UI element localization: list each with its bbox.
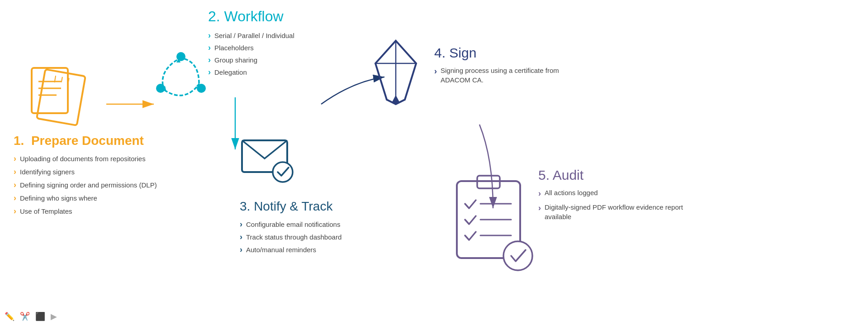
sign-icon	[371, 36, 421, 110]
arrow-step1-to-step2	[104, 97, 158, 113]
edit-icon[interactable]: ✏️	[5, 312, 14, 321]
cut-icon[interactable]: ✂️	[20, 312, 30, 321]
svg-point-19	[273, 162, 293, 182]
workflow-icon	[154, 50, 208, 106]
play-icon[interactable]: ▶	[51, 312, 57, 321]
bottom-toolbar: ✏️ ✂️ ⬛ ▶	[5, 312, 57, 321]
svg-rect-0	[32, 68, 68, 113]
list-item: All actions logged	[538, 188, 683, 199]
layout-icon[interactable]: ⬛	[35, 312, 45, 321]
svg-line-6	[62, 77, 62, 82]
step3-title: 3. Notify & Track	[240, 199, 332, 214]
list-item: Uploading of documents from repositories	[14, 154, 157, 163]
audit-icon	[448, 168, 538, 278]
svg-rect-4	[37, 69, 85, 125]
list-item: Use of Templates	[14, 206, 157, 216]
svg-point-30	[503, 241, 532, 270]
list-item: Placeholders	[208, 43, 294, 53]
step3-list: Configurable email notifications Track s…	[240, 220, 342, 258]
list-item: Serial / Parallel / Individual	[208, 31, 294, 40]
slide: 1. Prepare Document Uploading of documen…	[0, 0, 868, 326]
step1-title: 1. Prepare Document	[14, 134, 144, 148]
step2-title: 2. Workflow	[208, 8, 284, 25]
list-item: Group sharing	[208, 55, 294, 65]
step1-icon	[27, 63, 86, 133]
svg-point-10	[176, 52, 185, 61]
step4-list: Signing process using a certificate from…	[434, 66, 570, 88]
step1-number: 1.	[14, 134, 24, 148]
notify-icon	[240, 131, 299, 187]
step1-list: Uploading of documents from repositories…	[14, 154, 157, 220]
list-item: Delegation	[208, 67, 294, 77]
list-item: Identifying signers	[14, 167, 157, 177]
step4-title: 4. Sign	[434, 45, 476, 61]
step5-title: 5. Audit	[538, 168, 583, 183]
step2-list: Serial / Parallel / Individual Placehold…	[208, 31, 294, 80]
step5-list: All actions logged Digitally-signed PDF …	[538, 188, 683, 225]
list-item: Auto/manual reminders	[240, 245, 342, 254]
list-item: Track status through dashboard	[240, 232, 342, 242]
list-item: Configurable email notifications	[240, 220, 342, 229]
list-item: Defining signing order and permissions (…	[14, 180, 157, 190]
step1-title-text: Prepare Document	[31, 134, 144, 148]
list-item: Defining who signs where	[14, 193, 157, 203]
list-item: Digitally-signed PDF workflow evidence r…	[538, 202, 683, 221]
list-item: Signing process using a certificate from…	[434, 66, 570, 85]
